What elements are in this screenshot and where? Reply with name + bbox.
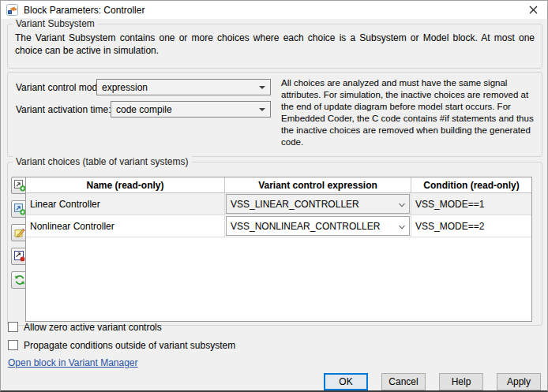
add-model-icon [13,203,26,215]
open-variant-manager-link[interactable]: Open block in Variant Manager [8,357,138,368]
variant-control-mode-label: Variant control mode: [16,82,105,93]
variant-control-mode-dropdown[interactable]: expression [96,79,271,95]
close-icon [529,6,538,14]
row-condition: VSS_MODE==2 [411,215,531,237]
allow-zero-active-checkbox-row[interactable]: Allow zero active variant controls [8,321,162,333]
column-header-condition: Condition (read-only) [411,177,531,192]
checkbox-label: Allow zero active variant controls [24,322,162,333]
table-row[interactable]: Linear Controller VSS_LINEAR_CONTROLLER … [26,193,531,215]
variant-subsystem-description: The Variant Subsystem contains one or mo… [15,32,535,57]
expression-dropdown[interactable]: VSS_NONLINEAR_CONTROLLER [226,216,410,236]
dropdown-arrow-icon [259,86,265,89]
table-row[interactable]: Nonlinear Controller VSS_NONLINEAR_CONTR… [26,215,531,237]
variant-controls-group: Variant control mode: expression Variant… [7,72,542,157]
ok-button[interactable]: OK [324,373,368,390]
block-parameters-dialog: Block Parameters: Controller Variant Sub… [0,0,548,392]
chevron-down-icon [398,223,406,231]
table-header-row: Name (read-only) Variant control express… [26,177,531,193]
open-block-icon [13,250,26,263]
close-button[interactable] [519,1,547,19]
cancel-button[interactable]: Cancel [381,373,426,390]
row-expression-cell: VSS_LINEAR_CONTROLLER [225,193,411,215]
expression-dropdown[interactable]: VSS_LINEAR_CONTROLLER [226,194,410,214]
expression-value: VSS_LINEAR_CONTROLLER [231,199,359,210]
expression-value: VSS_NONLINEAR_CONTROLLER [231,221,380,232]
variant-choices-table: Name (read-only) Variant control express… [25,177,532,322]
checkbox-propagate-conditions[interactable] [8,340,18,350]
row-condition: VSS_MODE==1 [411,193,531,215]
column-header-name: Name (read-only) [26,177,225,192]
variant-subsystem-group-title: Variant Subsystem [13,18,98,29]
edit-pencil-icon [13,226,26,239]
apply-button[interactable]: Apply [497,373,541,390]
row-expression-cell: VSS_NONLINEAR_CONTROLLER [225,215,411,237]
checkbox-allow-zero-active[interactable] [8,322,18,332]
add-subsystem-icon [13,179,26,192]
checkbox-label: Propagate conditions outside of variant … [24,340,235,351]
row-name: Nonlinear Controller [26,215,225,237]
simulink-block-icon [6,4,18,16]
propagate-conditions-checkbox-row[interactable]: Propagate conditions outside of variant … [8,339,235,351]
variant-activation-time-label: Variant activation time: [16,104,111,115]
variant-subsystem-group: Variant Subsystem The Variant Subsystem … [7,24,542,69]
titlebar[interactable]: Block Parameters: Controller [1,1,547,19]
help-button[interactable]: Help [439,373,483,390]
choices-info-text: All choices are analyzed and must have t… [281,77,540,148]
column-header-expression: Variant control expression [225,177,411,192]
dropdown-arrow-icon [259,108,265,111]
refresh-icon [13,274,26,286]
variant-choices-group: Variant choices (table of variant system… [7,162,542,326]
variant-choices-group-title: Variant choices (table of variant system… [13,156,192,167]
row-name: Linear Controller [26,193,225,215]
variant-activation-time-dropdown[interactable]: code compile [111,101,271,118]
variant-control-mode-value: expression [102,82,148,93]
chevron-down-icon [398,201,406,209]
dialog-button-row: OK Cancel Help Apply [324,373,541,390]
window-title: Block Parameters: Controller [24,5,145,16]
variant-activation-time-value: code compile [116,104,172,115]
